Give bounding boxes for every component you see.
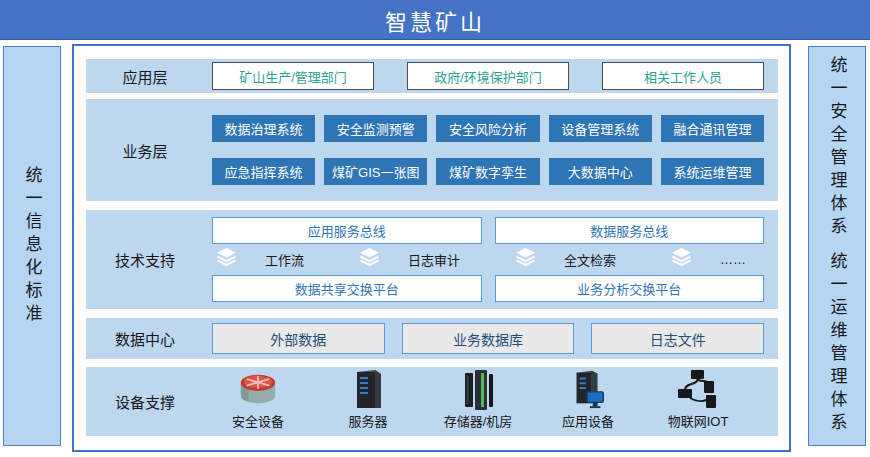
device-label: 服务器 (348, 411, 387, 430)
device-item: 物联网IOT (654, 368, 742, 430)
app-device-icon (567, 368, 609, 410)
business-layer-content: 数据治理系统 安全监测预警 安全风险分析 设备管理系统 融合通讯管理 应急指挥系… (204, 99, 778, 201)
business-system-button: 煤矿GIS一张图 (324, 158, 427, 185)
business-system-button: 融合通讯管理 (661, 115, 764, 142)
page-title: 智慧矿山 (385, 4, 485, 36)
banner: 智慧矿山 (0, 0, 870, 40)
application-layer-content: 矿山生产/管理部门 政府/环境保护部门 相关工作人员 (204, 59, 778, 93)
right-panel-label-security: 统一安全管理体系 (829, 56, 846, 240)
device-label: 应用设备 (562, 411, 614, 430)
middleware-label: …… (720, 252, 746, 267)
layers-icon (216, 248, 237, 271)
middleware-label: 日志审计 (408, 250, 460, 269)
data-source-box: 外部数据 (212, 323, 385, 354)
device-label: 存储器/机房 (444, 411, 513, 430)
middleware-row: 工作流 日志审计 全文检索 (212, 248, 764, 271)
middleware-item: 日志审计 (359, 248, 460, 271)
iot-network-icon (675, 368, 721, 410)
server-icon (350, 368, 386, 410)
layers-icon (359, 248, 380, 271)
device-item: 安全设备 (214, 368, 302, 430)
firewall-icon (235, 368, 281, 410)
middleware-item: 工作流 (216, 248, 304, 271)
application-layer-row: 应用层 矿山生产/管理部门 政府/环境保护部门 相关工作人员 (86, 59, 778, 93)
application-layer-label: 应用层 (86, 59, 204, 93)
application-box: 政府/环境保护部门 (407, 62, 569, 90)
business-system-button: 大数据中心 (549, 158, 652, 185)
data-center-content: 外部数据 业务数据库 日志文件 (204, 318, 778, 359)
device-item: 存储器/机房 (434, 368, 522, 430)
business-system-button: 系统运维管理 (661, 158, 764, 185)
business-system-button: 应急指挥系统 (212, 158, 315, 185)
layers-icon (515, 248, 536, 271)
business-layer-row: 业务层 数据治理系统 安全监测预警 安全风险分析 设备管理系统 融合通讯管理 应… (86, 99, 778, 201)
platform-row: 数据共享交换平台 业务分析交换平台 (212, 275, 764, 302)
device-label: 物联网IOT (668, 411, 729, 430)
device-support-row: 设备支撑 安全设备 (86, 367, 778, 436)
business-button-row: 数据治理系统 安全监测预警 安全风险分析 设备管理系统 融合通讯管理 (212, 115, 764, 142)
business-system-button: 数据治理系统 (212, 115, 315, 142)
business-system-button: 安全风险分析 (436, 115, 539, 142)
device-item: 服务器 (324, 368, 412, 430)
service-bus-box: 数据服务总线 (495, 217, 765, 244)
architecture-diagram: 应用层 矿山生产/管理部门 政府/环境保护部门 相关工作人员 业务层 数据治理系… (72, 44, 791, 452)
data-center-row: 数据中心 外部数据 业务数据库 日志文件 (86, 318, 778, 359)
business-system-button: 安全监测预警 (324, 115, 427, 142)
tech-support-content: 应用服务总线 数据服务总线 工作流 日志审计 (204, 210, 778, 309)
service-bus-row: 应用服务总线 数据服务总线 (212, 217, 764, 244)
middleware-item: 全文检索 (515, 248, 616, 271)
device-item: 应用设备 (544, 368, 632, 430)
business-system-button: 煤矿数字孪生 (436, 158, 539, 185)
business-button-row: 应急指挥系统 煤矿GIS一张图 煤矿数字孪生 大数据中心 系统运维管理 (212, 158, 764, 185)
right-standard-panel: 统一安全管理体系 统一运维管理体系 (808, 46, 866, 446)
device-support-content: 安全设备 服务器 (204, 367, 778, 436)
layers-icon (671, 248, 692, 271)
right-panel-label-ops: 统一运维管理体系 (829, 252, 846, 436)
application-box: 相关工作人员 (602, 62, 764, 90)
data-center-label: 数据中心 (86, 318, 204, 359)
middleware-label: 全文检索 (564, 250, 616, 269)
service-bus-box: 应用服务总线 (212, 217, 482, 244)
tech-support-row: 技术支持 应用服务总线 数据服务总线 工作流 日志审计 (86, 210, 778, 309)
device-label: 安全设备 (232, 411, 284, 430)
application-box: 矿山生产/管理部门 (212, 62, 374, 90)
platform-box: 业务分析交换平台 (495, 275, 765, 302)
platform-box: 数据共享交换平台 (212, 275, 482, 302)
data-source-box: 日志文件 (591, 323, 764, 354)
device-support-label: 设备支撑 (86, 367, 204, 436)
storage-icon (460, 368, 496, 410)
business-layer-label: 业务层 (86, 99, 204, 201)
business-system-button: 设备管理系统 (549, 115, 652, 142)
middleware-label: 工作流 (265, 250, 304, 269)
left-standard-panel: 统一信息化标准 (3, 46, 61, 446)
middleware-item: …… (671, 248, 746, 271)
left-panel-label: 统一信息化标准 (24, 166, 41, 327)
data-source-box: 业务数据库 (402, 323, 575, 354)
tech-support-label: 技术支持 (86, 210, 204, 309)
